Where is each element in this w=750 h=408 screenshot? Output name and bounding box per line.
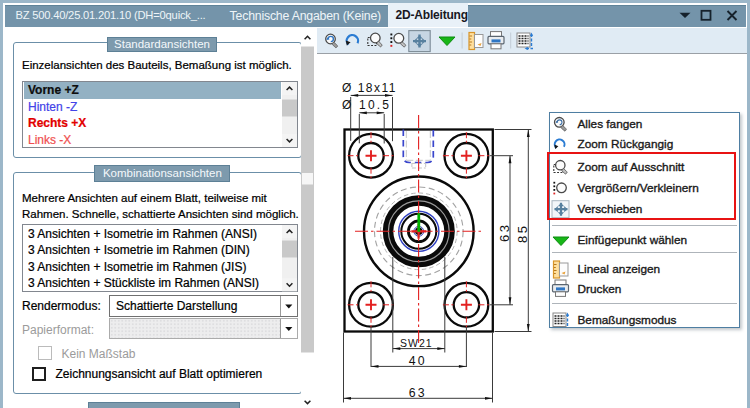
- svg-text:63: 63: [497, 223, 512, 242]
- svg-text:Ø 10.5: Ø 10.5: [342, 98, 391, 112]
- svg-text:85: 85: [515, 223, 530, 242]
- svg-text:40: 40: [409, 354, 427, 368]
- svg-text:SW21: SW21: [400, 337, 433, 349]
- svg-text:63: 63: [409, 386, 427, 400]
- svg-text:Ø 18x11: Ø 18x11: [342, 81, 397, 95]
